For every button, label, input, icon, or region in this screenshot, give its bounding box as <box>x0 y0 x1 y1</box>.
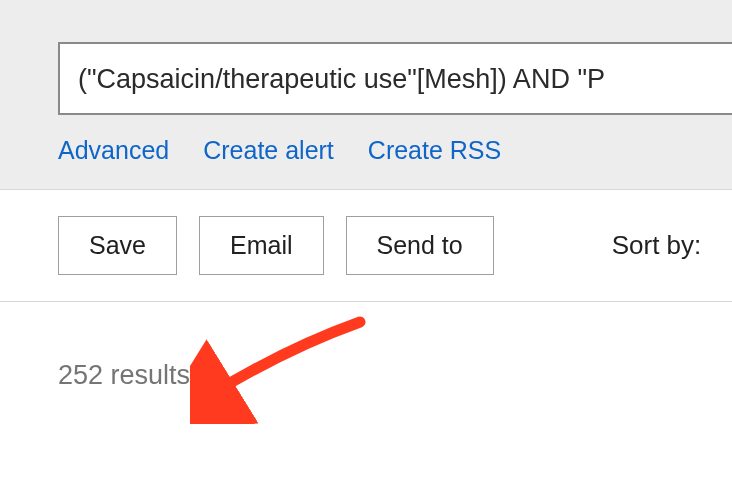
search-region: Advanced Create alert Create RSS <box>0 0 732 190</box>
search-links-row: Advanced Create alert Create RSS <box>58 136 732 165</box>
sort-by-label: Sort by: <box>612 229 702 262</box>
create-rss-link[interactable]: Create RSS <box>368 136 501 165</box>
results-toolbar: Save Email Send to Sort by: <box>0 190 732 302</box>
send-to-button[interactable]: Send to <box>346 216 494 275</box>
email-button[interactable]: Email <box>199 216 324 275</box>
advanced-link[interactable]: Advanced <box>58 136 169 165</box>
save-button[interactable]: Save <box>58 216 177 275</box>
results-area: 252 results <box>0 302 732 500</box>
action-button-group: Save Email Send to <box>58 216 494 275</box>
create-alert-link[interactable]: Create alert <box>203 136 334 165</box>
results-count: 252 results <box>58 360 732 391</box>
search-input[interactable] <box>58 42 732 115</box>
